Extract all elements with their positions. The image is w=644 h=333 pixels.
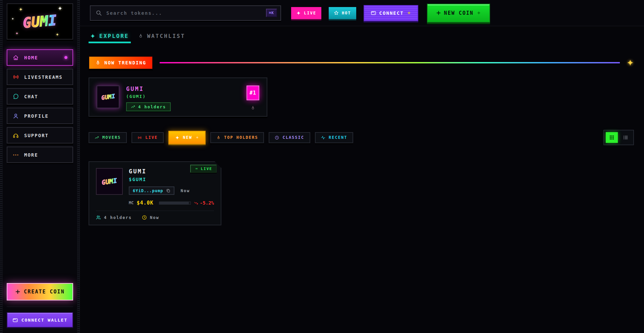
tab-watchlist-label: WATCHLIST: [147, 33, 185, 39]
now-trending-badge[interactable]: NOW TRENDING: [89, 56, 153, 69]
logo-text: GUMI: [22, 12, 57, 31]
main-area: ⌘K LIVE HOT CONNECT NEW COIN: [80, 0, 644, 333]
flame-icon: [138, 34, 143, 39]
token-logo: GUMI: [97, 86, 119, 108]
rank-section: #1: [247, 86, 259, 110]
create-coin-button[interactable]: CREATE COIN: [7, 283, 73, 300]
filter-label: NEW: [183, 135, 192, 140]
live-button[interactable]: LIVE: [291, 7, 321, 19]
broadcast-icon: [195, 167, 199, 171]
sparkle-icon: [196, 136, 199, 139]
trend-up-icon: [131, 105, 135, 109]
filter-label: TOP HOLDERS: [224, 135, 258, 140]
active-dot: [64, 56, 67, 59]
clock-icon: [275, 135, 279, 140]
filter-movers[interactable]: MOVERS: [89, 132, 127, 143]
filter-label: CLASSIC: [282, 135, 304, 140]
new-coin-button-label: NEW COIN: [444, 10, 474, 16]
wallet-icon: [12, 317, 18, 323]
token-address: 6YiD...pump: [133, 188, 163, 193]
sidebar-item-support[interactable]: SUPPORT: [7, 127, 73, 144]
clock-icon: [142, 215, 147, 220]
sidebar: GUMI HOME LIVESTREAMS CHAT PROFILE: [3, 0, 77, 333]
tab-explore[interactable]: EXPLORE: [90, 33, 129, 43]
sidebar-item-label: HOME: [24, 55, 38, 60]
filter-label: RECENT: [329, 135, 347, 140]
sidebar-item-livestreams[interactable]: LIVESTREAMS: [7, 69, 73, 85]
sidebar-item-more[interactable]: MORE: [7, 147, 73, 163]
ellipsis-icon: [12, 152, 19, 158]
tabs: EXPLORE WATCHLIST: [89, 33, 634, 43]
sparkle-icon: [19, 7, 23, 11]
list-view-button[interactable]: [620, 132, 632, 143]
search-box[interactable]: ⌘K: [90, 5, 281, 21]
copy-icon[interactable]: [166, 188, 170, 193]
topbar: ⌘K LIVE HOT CONNECT NEW COIN: [80, 0, 644, 26]
token-logo-text: GUMI: [101, 93, 115, 101]
created-time-label: Now: [150, 215, 159, 220]
keyboard-shortcut-badge: ⌘K: [266, 9, 277, 17]
create-coin-label: CREATE COIN: [24, 289, 64, 295]
flame-icon: [216, 135, 221, 140]
wallet-icon: [371, 10, 376, 16]
created-time: Now: [142, 215, 159, 220]
sparkle-icon: [175, 135, 179, 140]
token-card[interactable]: LIVE GUMI GUMI $GUMI 6YiD...pump: [89, 161, 221, 225]
activity-icon: [321, 135, 325, 140]
sparkle-icon: [56, 33, 59, 36]
search-input[interactable]: [106, 10, 262, 16]
left-scroll-rail: [0, 0, 3, 333]
tab-watchlist[interactable]: WATCHLIST: [138, 33, 185, 43]
sidebar-item-label: MORE: [24, 152, 38, 158]
broadcast-icon: [12, 74, 19, 80]
holders-badge: 4 holders: [126, 102, 171, 111]
trending-token-card[interactable]: GUMI GUMI (GUMI) 4 holders #1: [89, 77, 267, 117]
list-icon: [623, 135, 628, 140]
token-logo: GUMI: [96, 168, 123, 195]
connect-wallet-button[interactable]: CONNECT WALLET: [7, 312, 73, 328]
sidebar-item-chat[interactable]: CHAT: [7, 88, 73, 105]
sidebar-item-label: SUPPORT: [24, 133, 49, 138]
sidebar-item-label: CHAT: [24, 94, 38, 99]
sidebar-item-profile[interactable]: PROFILE: [7, 108, 73, 124]
filter-top-holders[interactable]: TOP HOLDERS: [210, 132, 264, 143]
trending-token-info: GUMI (GUMI) 4 holders: [126, 86, 171, 111]
hot-button-label: HOT: [342, 11, 351, 15]
filter-classic[interactable]: CLASSIC: [269, 132, 310, 143]
wallet-section: CONNECT WALLET: [7, 307, 73, 328]
price-change: -5.2%: [194, 200, 214, 206]
connect-button-label: CONNECT: [379, 10, 404, 16]
sparkle-icon: [296, 11, 301, 15]
app: GUMI HOME LIVESTREAMS CHAT PROFILE: [0, 0, 644, 333]
trend-up-icon: [95, 135, 99, 140]
mc-label: MC: [129, 201, 133, 205]
headphones-icon: [12, 132, 19, 138]
grid-view-button[interactable]: [606, 132, 618, 143]
price-change-value: -5.2%: [200, 200, 214, 206]
trending-section-header: NOW TRENDING: [89, 56, 634, 69]
filter-live[interactable]: LIVE: [131, 132, 164, 143]
app-logo[interactable]: GUMI: [7, 3, 73, 40]
live-badge-label: LIVE: [201, 167, 213, 171]
grid-icon: [609, 135, 614, 140]
search-icon: [96, 10, 102, 16]
token-address-chip[interactable]: 6YiD...pump: [129, 186, 174, 195]
token-symbol: $GUMI: [129, 177, 214, 182]
filter-new[interactable]: NEW: [168, 131, 206, 144]
filter-recent[interactable]: RECENT: [315, 132, 353, 143]
filter-label: LIVE: [145, 135, 158, 140]
user-icon: [12, 113, 19, 119]
new-coin-button[interactable]: NEW COIN: [427, 4, 490, 22]
bonding-progress-fill: [159, 202, 189, 204]
trend-down-icon: [194, 201, 198, 205]
token-age: Now: [180, 188, 190, 193]
sidebar-item-home[interactable]: HOME: [7, 49, 73, 66]
hot-button[interactable]: HOT: [329, 7, 356, 19]
mc-value: $4.0K: [137, 200, 153, 206]
live-button-label: LIVE: [304, 11, 316, 15]
connect-button[interactable]: CONNECT: [364, 5, 418, 21]
star-icon: [334, 10, 339, 15]
sidebar-nav: HOME LIVESTREAMS CHAT PROFILE SUPPORT: [7, 49, 73, 163]
filters-row: MOVERS LIVE NEW TOP HOLDERS CLASS: [89, 130, 634, 145]
rank-badge: #1: [247, 86, 259, 100]
